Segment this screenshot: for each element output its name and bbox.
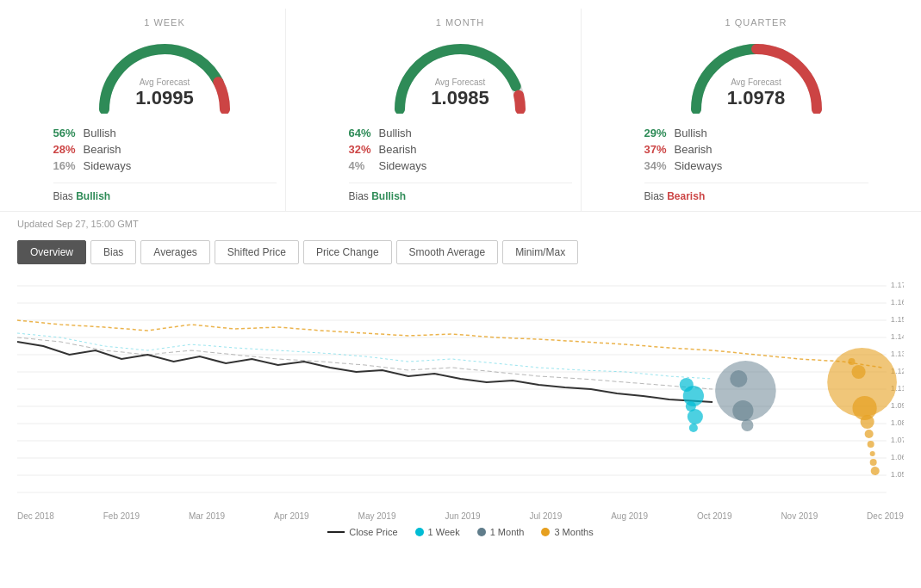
chart-area: 1.1700 1.1600 1.1500 1.1400 1.1300 1.120… xyxy=(17,269,904,546)
legend-close-price: Close Price xyxy=(327,527,397,537)
gauge-avg-label-quarter: Avg Forecast xyxy=(679,77,834,87)
legend-3months-dot xyxy=(541,528,550,536)
stats-table-quarter: 29% Bullish 37% Bearish 34% Sideways xyxy=(644,127,868,176)
tab-minim-max[interactable]: Minim/Max xyxy=(502,240,578,264)
bias-label-month: Bias xyxy=(349,190,372,202)
gauge-label-month: Avg Forecast 1.0985 xyxy=(383,77,538,109)
sideways-label-month: Sideways xyxy=(379,159,427,172)
legend-1month-label: 1 Month xyxy=(490,527,525,537)
legend-1week-label: 1 Week xyxy=(428,527,460,537)
gauge-container-week: Avg Forecast 1.0995 xyxy=(87,32,242,114)
gauge-panel-week: 1 WEEK Avg Forecast 1.0995 56% Bullish 2… xyxy=(45,9,286,211)
svg-text:1.0700: 1.0700 xyxy=(891,436,904,444)
legend-close-price-line xyxy=(327,531,345,533)
bias-label-quarter: Bias xyxy=(644,190,668,202)
gauge-panel-month: 1 MONTH Avg Forecast 1.0985 64% Bullish … xyxy=(340,9,582,211)
bias-row-week: Bias Bullish xyxy=(53,183,277,202)
gauge-container-quarter: Avg Forecast 1.0978 xyxy=(679,32,834,114)
gauge-value-month: 1.0985 xyxy=(383,87,538,109)
x-label: Nov 2019 xyxy=(781,511,818,521)
svg-point-42 xyxy=(870,459,877,466)
svg-point-40 xyxy=(868,441,874,448)
bullish-label-month: Bullish xyxy=(379,127,412,139)
stat-row-sideways-week: 16% Sideways xyxy=(53,159,277,172)
svg-point-33 xyxy=(741,419,753,431)
tab-bias[interactable]: Bias xyxy=(90,240,136,264)
bullish-label-quarter: Bullish xyxy=(675,127,707,139)
svg-text:1.0500: 1.0500 xyxy=(891,470,904,479)
stat-row-bullish-quarter: 29% Bullish xyxy=(644,127,868,139)
gauge-avg-label-month: Avg Forecast xyxy=(383,77,538,87)
gauge-title-month: 1 MONTH xyxy=(436,17,485,28)
top-section: 1 WEEK Avg Forecast 1.0995 56% Bullish 2… xyxy=(0,0,921,212)
x-label: Mar 2019 xyxy=(189,511,225,521)
bullish-pct-week: 56% xyxy=(53,127,84,139)
bias-label-week: Bias xyxy=(53,190,77,202)
stats-table-month: 64% Bullish 32% Bearish 4% Sideways xyxy=(349,127,572,176)
svg-point-32 xyxy=(732,400,753,421)
bias-row-month: Bias Bullish xyxy=(349,183,572,202)
bias-value-quarter: Bearish xyxy=(667,190,705,202)
bullish-pct-quarter: 29% xyxy=(644,127,675,139)
gauge-panel-quarter: 1 QUARTER Avg Forecast 1.0978 29% Bullis… xyxy=(636,9,877,211)
svg-point-41 xyxy=(870,451,875,456)
legend-1week: 1 Week xyxy=(415,527,460,537)
svg-text:1.1500: 1.1500 xyxy=(891,315,904,324)
x-label: Jul 2019 xyxy=(529,511,562,521)
svg-text:1.1300: 1.1300 xyxy=(891,350,904,358)
svg-text:1.0900: 1.0900 xyxy=(891,401,904,410)
bullish-pct-month: 64% xyxy=(349,127,379,139)
bearish-label-quarter: Bearish xyxy=(675,143,713,156)
chart-wrapper: 1.1700 1.1600 1.1500 1.1400 1.1300 1.120… xyxy=(17,269,904,510)
legend-3months: 3 Months xyxy=(541,527,593,537)
bearish-label-month: Bearish xyxy=(379,143,417,156)
x-label: Apr 2019 xyxy=(274,511,309,521)
gauge-value-week: 1.0995 xyxy=(87,87,242,109)
svg-point-29 xyxy=(689,424,698,432)
svg-text:1.1600: 1.1600 xyxy=(891,298,904,306)
x-label: Aug 2019 xyxy=(611,511,648,521)
tab-overview[interactable]: Overview xyxy=(17,240,86,264)
x-label: Feb 2019 xyxy=(103,511,140,521)
stat-row-bearish-quarter: 37% Bearish xyxy=(644,143,868,156)
tab-smooth-average[interactable]: Smooth Average xyxy=(396,240,499,264)
svg-text:1.0800: 1.0800 xyxy=(891,418,904,427)
bearish-pct-quarter: 37% xyxy=(644,143,675,156)
x-label: Oct 2019 xyxy=(697,511,732,521)
chart-legend: Close Price 1 Week 1 Month 3 Months xyxy=(17,523,904,546)
bearish-label-week: Bearish xyxy=(84,143,121,156)
x-label: Dec 2019 xyxy=(867,511,904,521)
tab-shifted-price[interactable]: Shifted Price xyxy=(215,240,299,264)
stats-table-week: 56% Bullish 28% Bearish 16% Sideways xyxy=(53,127,277,176)
stat-row-bearish-week: 28% Bearish xyxy=(53,143,277,156)
sideways-pct-week: 16% xyxy=(53,159,84,172)
gauge-title-week: 1 WEEK xyxy=(144,17,185,28)
legend-1week-dot xyxy=(415,528,424,536)
tab-averages[interactable]: Averages xyxy=(140,240,209,264)
updated-text: Updated Sep 27, 15:00 GMT xyxy=(0,212,921,236)
legend-1month: 1 Month xyxy=(477,527,525,537)
sideways-label-week: Sideways xyxy=(84,159,132,172)
legend-3months-label: 3 Months xyxy=(554,527,593,537)
stat-row-sideways-month: 4% Sideways xyxy=(349,159,572,172)
gauge-label-week: Avg Forecast 1.0995 xyxy=(87,77,242,109)
tab-price-change[interactable]: Price Change xyxy=(303,240,392,264)
stat-row-bearish-month: 32% Bearish xyxy=(349,143,572,156)
bearish-pct-month: 32% xyxy=(349,143,379,156)
svg-point-43 xyxy=(871,467,880,475)
svg-text:1.0600: 1.0600 xyxy=(891,453,904,461)
gauge-title-quarter: 1 QUARTER xyxy=(725,17,787,28)
sideways-pct-quarter: 34% xyxy=(644,159,675,172)
svg-point-28 xyxy=(688,409,703,424)
gauge-value-quarter: 1.0978 xyxy=(679,87,834,109)
chart-svg: 1.1700 1.1600 1.1500 1.1400 1.1300 1.120… xyxy=(17,269,904,510)
tabs-bar: OverviewBiasAveragesShifted PricePrice C… xyxy=(0,236,921,269)
x-axis-labels: Dec 2018 Feb 2019 Mar 2019 Apr 2019 May … xyxy=(17,510,904,523)
stat-row-bullish-week: 56% Bullish xyxy=(53,127,277,139)
bias-value-month: Bullish xyxy=(371,190,406,202)
legend-close-price-label: Close Price xyxy=(349,527,397,537)
bearish-pct-week: 28% xyxy=(53,143,84,156)
svg-text:1.1400: 1.1400 xyxy=(891,332,904,341)
bullish-label-week: Bullish xyxy=(84,127,116,139)
gauge-label-quarter: Avg Forecast 1.0978 xyxy=(679,77,834,109)
